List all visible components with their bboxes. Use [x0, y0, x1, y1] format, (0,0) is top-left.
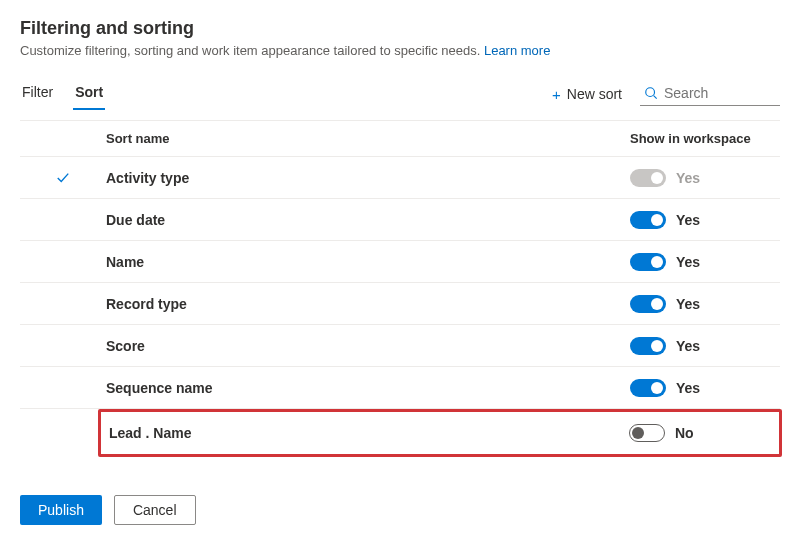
page-title: Filtering and sorting — [20, 18, 780, 39]
learn-more-link[interactable]: Learn more — [484, 43, 550, 58]
toggle-label: No — [675, 425, 694, 441]
show-in-workspace-toggle[interactable] — [630, 379, 666, 397]
toggle-label: Yes — [676, 338, 700, 354]
table-row: Due dateYes — [20, 199, 780, 241]
svg-line-1 — [654, 95, 657, 98]
show-in-workspace-toggle — [630, 169, 666, 187]
publish-button[interactable]: Publish — [20, 495, 102, 525]
tab-sort[interactable]: Sort — [73, 78, 105, 110]
show-in-workspace-toggle[interactable] — [630, 211, 666, 229]
page-description: Customize filtering, sorting and work it… — [20, 43, 780, 58]
table-row: ScoreYes — [20, 325, 780, 367]
sort-name-cell: Name — [106, 254, 630, 270]
toggle-label: Yes — [676, 212, 700, 228]
sort-name-cell: Score — [106, 338, 630, 354]
toggle-label: Yes — [676, 296, 700, 312]
tabs: Filter Sort — [20, 78, 105, 110]
table-row: Activity typeYes — [20, 157, 780, 199]
column-sort-name: Sort name — [106, 131, 630, 146]
toggle-label: Yes — [676, 254, 700, 270]
cancel-button[interactable]: Cancel — [114, 495, 196, 525]
sort-name-cell: Activity type — [106, 170, 630, 186]
description-text: Customize filtering, sorting and work it… — [20, 43, 480, 58]
table-row: Record typeYes — [20, 283, 780, 325]
show-in-workspace-toggle[interactable] — [630, 337, 666, 355]
sort-name-cell: Record type — [106, 296, 630, 312]
svg-point-0 — [646, 87, 655, 96]
check-icon — [56, 171, 70, 185]
toggle-label: Yes — [676, 170, 700, 186]
table-row: Lead . NameNo — [101, 412, 779, 454]
sort-name-cell: Due date — [106, 212, 630, 228]
sort-name-cell: Lead . Name — [109, 425, 629, 441]
table-row: NameYes — [20, 241, 780, 283]
tab-filter[interactable]: Filter — [20, 78, 55, 110]
search-field[interactable] — [640, 83, 780, 106]
toggle-label: Yes — [676, 380, 700, 396]
show-in-workspace-toggle[interactable] — [629, 424, 665, 442]
new-sort-button[interactable]: + New sort — [546, 82, 628, 107]
new-sort-label: New sort — [567, 86, 622, 102]
plus-icon: + — [552, 86, 561, 103]
search-input[interactable] — [664, 85, 780, 101]
show-in-workspace-toggle[interactable] — [630, 253, 666, 271]
highlighted-row: Lead . NameNo — [98, 409, 782, 457]
show-in-workspace-toggle[interactable] — [630, 295, 666, 313]
sort-name-cell: Sequence name — [106, 380, 630, 396]
table-row: Sequence nameYes — [20, 367, 780, 409]
table-header: Sort name Show in workspace — [20, 120, 780, 157]
column-show-in-workspace: Show in workspace — [630, 131, 780, 146]
search-icon — [644, 86, 658, 100]
